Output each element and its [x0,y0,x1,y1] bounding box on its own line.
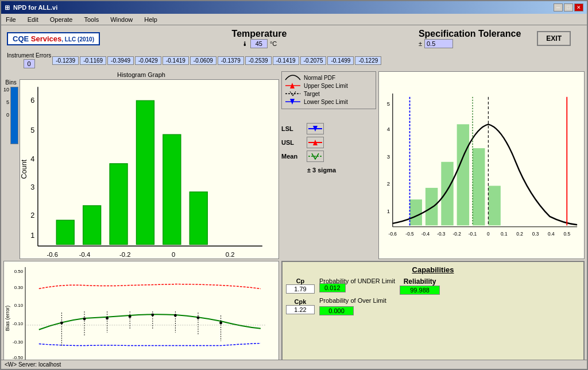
title-buttons: ─ □ ✕ [554,3,583,11]
svg-text:2: 2 [387,180,390,187]
bins-min: 0 [6,112,9,118]
target-icon [284,90,301,97]
logo-services: Services [31,34,62,43]
svg-text:-0.2: -0.2 [119,251,130,258]
cap-right: Probability of UNDER Limit 0.012 Reliabi… [319,278,580,315]
svg-text:-0.6: -0.6 [47,251,58,258]
menu-window[interactable]: Window [108,16,135,23]
legend-lower-spec-label: Lower Spec Limit [304,99,348,105]
minimize-button[interactable]: ─ [554,3,563,11]
right-chart-svg: 5 4 3 2 1 -0.6 -0.5 -0.4 -0.3 -0.2 -0.1 … [379,72,584,259]
window-icon: ⊞ [5,4,10,11]
normal-pdf-icon [284,74,301,81]
histogram-chart: 6 5 4 3 2 1 -0.6 -0.4 -0.2 0 0.2 [20,79,279,259]
svg-text:4: 4 [387,126,390,132]
lower-spec-icon [284,98,301,105]
lsl-line-icon [307,124,323,134]
cpk-metric: Cpk 1.22 [286,298,315,314]
bins-fill [11,87,18,144]
cpk-value: 1.22 [286,305,315,314]
svg-text:0.10: 0.10 [14,303,24,309]
temp-unit: °C [270,40,277,47]
capabilities-title: Capabilities [286,265,580,274]
instr-val-0: -0.1239 [52,56,79,65]
cap-left: Cp 1.79 Cpk 1.22 [286,278,315,315]
spec-value-input[interactable] [424,39,453,48]
bins-max: 10 [3,87,9,92]
svg-text:-0.6: -0.6 [389,231,397,237]
legend-target-label: Target [304,91,320,97]
status-bar: <W> Server: localhost [1,360,587,369]
svg-rect-19 [189,192,207,244]
instr-val-1: -0.1169 [80,56,106,65]
svg-text:0.3: 0.3 [532,231,539,237]
menu-operate[interactable]: Operate [48,16,75,23]
upper-spec-icon [284,82,301,89]
maximize-button[interactable]: □ [564,3,573,11]
exit-button[interactable]: EXIT [537,31,571,46]
lsl-label: LSL [281,125,304,132]
svg-text:Bias (error): Bias (error) [5,306,10,332]
lsl-usl-panel: LSL USL Mean [281,111,362,174]
svg-rect-50 [410,199,422,225]
svg-text:-0.3: -0.3 [437,231,446,237]
svg-text:1: 1 [30,232,34,240]
instrument-counter[interactable]: 0 [24,59,35,68]
spec-row: ± [419,39,521,48]
usl-line-icon [307,137,323,148]
thermometer-icon: 🌡 [242,40,248,47]
svg-text:0.50: 0.50 [14,269,24,274]
header-center: Temperature 🌡 45 °C [105,29,414,48]
instrument-errors-row: Instrument Errors 0 -0.1239 -0.1169 -0.3… [3,51,585,70]
svg-text:1: 1 [387,208,390,214]
svg-text:-0.4: -0.4 [79,251,90,258]
usl-icon [307,137,324,148]
middle-panel: Normal PDF Upper Spec Limit Target Lower… [281,71,376,259]
svg-text:5: 5 [387,101,390,107]
svg-text:-0.5: -0.5 [405,231,414,237]
svg-rect-51 [425,188,438,225]
instr-val-2: -0.3949 [107,56,134,65]
svg-rect-14 [56,220,74,244]
cpk-label: Cpk [295,298,307,305]
prob-section: Probability of UNDER Limit 0.012 [319,278,395,291]
spec-tolerance-title: Specification Tolerance [419,29,521,39]
lsl-icon [307,123,324,134]
cp-value: 1.79 [286,284,315,294]
menu-file[interactable]: File [3,16,18,23]
logo: CQE Services, LLC (2010) [7,32,100,45]
svg-text:-0.10: -0.10 [13,321,24,326]
mean-row: Mean [281,151,362,162]
sigma-label: ± 3 sigma [281,167,362,174]
bias-svg: 0.50 0.30 0.10 -0.10 -0.30 -0.50 Bias (e… [4,261,278,360]
svg-text:5: 5 [30,126,34,134]
prob-over-row: Probability of Over Limit [319,297,580,304]
title-bar-left: ⊞ NPD for ALL.vi [5,4,57,11]
instr-val-4: -0.1419 [163,56,189,65]
status-text: <W> Server: localhost [5,361,61,368]
svg-text:0.4: 0.4 [548,231,555,237]
instr-val-3: -0.0429 [135,56,161,65]
legend-panel: Normal PDF Upper Spec Limit Target Lower… [281,71,376,109]
menu-edit[interactable]: Edit [25,16,41,23]
legend-upper-spec: Upper Spec Limit [284,82,373,89]
logo-rest: , LLC (2010) [61,36,94,43]
bins-control: Bins 10 5 0 [3,79,18,259]
svg-text:2: 2 [30,211,34,219]
right-chart-panel: 5 4 3 2 1 -0.6 -0.5 -0.4 -0.3 -0.2 -0.1 … [378,71,585,259]
svg-text:0.2: 0.2 [226,251,235,258]
svg-point-92 [129,315,131,318]
mean-label: Mean [281,153,304,160]
svg-text:Error (°C): Error (°C) [134,259,165,259]
instr-val-10: -0.1499 [327,56,354,65]
menu-help[interactable]: Help [142,16,160,23]
bins-slider[interactable] [10,87,18,144]
instr-val-7: -0.2539 [245,56,272,65]
svg-text:-0.50: -0.50 [13,356,24,360]
instr-val-6: -0.1379 [218,56,244,65]
menu-tools[interactable]: Tools [82,16,101,23]
spec-tolerance-section: Specification Tolerance ± [419,29,521,48]
close-button[interactable]: ✕ [574,3,583,11]
temp-value[interactable]: 45 [250,39,268,48]
svg-text:-0.2: -0.2 [452,231,461,237]
